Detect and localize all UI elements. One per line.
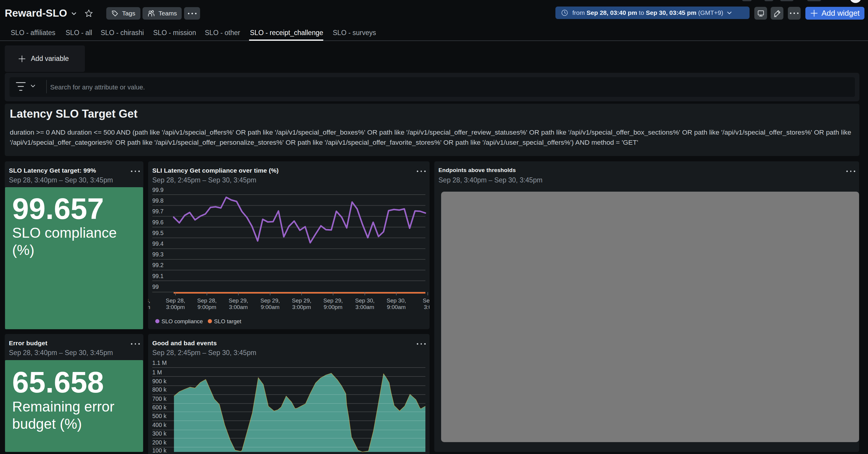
svg-text:Sep 29,: Sep 29, [292,297,311,304]
svg-text:Sep 30,: Sep 30, [355,297,375,304]
svg-text:100 k: 100 k [152,447,166,454]
svg-text:Sep 30,: Sep 30, [386,297,406,304]
svg-text:3:00pm: 3:00pm [292,304,311,310]
svg-text:Sep 28,: Sep 28, [197,297,217,304]
svg-text:Sep 29,: Sep 29, [260,297,280,304]
svg-text:2:45pm: 2:45pm [148,304,150,310]
svg-text:99.6: 99.6 [152,219,163,226]
svg-text:900 k: 900 k [152,378,166,385]
svg-text:3:00am: 3:00am [355,304,374,310]
svg-text:99.9: 99.9 [152,187,163,193]
svg-text:Sep 29,: Sep 29, [323,297,343,304]
svg-text:99: 99 [152,283,159,290]
svg-text:200 k: 200 k [152,439,166,446]
svg-text:3:00am: 3:00am [229,304,248,310]
svg-text:9:00pm: 9:00pm [323,304,342,310]
svg-text:99.3: 99.3 [152,251,163,258]
svg-text:3:0: 3:0 [424,304,430,310]
svg-text:99.5: 99.5 [152,230,163,236]
svg-text:Sep 28,: Sep 28, [166,297,185,304]
svg-text:9:00pm: 9:00pm [197,304,216,310]
svg-text:99.2: 99.2 [152,262,163,268]
svg-text:9:00am: 9:00am [261,304,279,310]
svg-text:99.4: 99.4 [152,240,163,247]
svg-text:SLO target: SLO target [214,318,242,324]
svg-text:99.7: 99.7 [152,208,163,215]
svg-text:3:00pm: 3:00pm [166,304,185,310]
svg-text:400 k: 400 k [152,422,166,428]
svg-text:Sep 28,: Sep 28, [148,297,150,304]
svg-text:Sep 29,: Sep 29, [228,297,248,304]
svg-text:1.1 M: 1.1 M [152,360,167,366]
svg-text:99.1: 99.1 [152,273,163,279]
svg-text:600 k: 600 k [152,404,166,410]
svg-text:800 k: 800 k [152,386,166,393]
svg-text:Sep: Sep [423,297,430,304]
svg-text:9:00am: 9:00am [387,304,405,310]
svg-text:SLO compliance: SLO compliance [161,318,203,324]
svg-text:99.8: 99.8 [152,197,163,204]
svg-text:300 k: 300 k [152,430,166,437]
svg-text:500 k: 500 k [152,413,166,419]
svg-text:700 k: 700 k [152,395,166,402]
svg-text:1 M: 1 M [152,369,162,375]
